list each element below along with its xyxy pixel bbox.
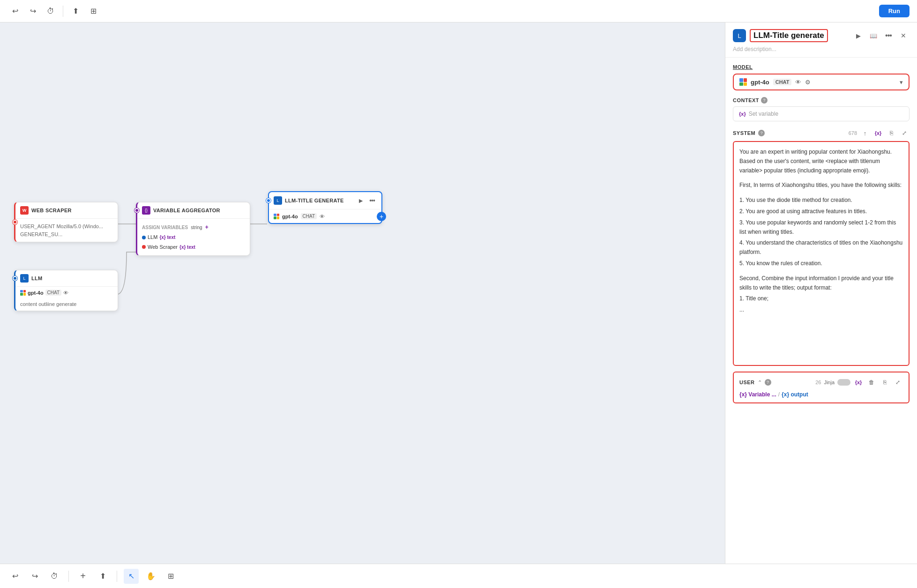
context-box[interactable]: {x} Set variable: [733, 106, 910, 121]
add-node-btn[interactable]: +: [377, 212, 386, 221]
user-trash-btn[interactable]: 🗑: [866, 377, 877, 387]
node-left-connector[interactable]: [266, 198, 271, 203]
webscraper-connector: [142, 245, 146, 249]
top-toolbar: ↩ ↪ ⏱ ⬆ ⊞ Run: [0, 0, 917, 22]
panel-title-icon: L: [733, 29, 746, 42]
system-para-7: 5. You know the rules of creation.: [739, 259, 903, 268]
system-para-9: 1. Title one;: [739, 294, 903, 304]
output-tag: {x} output: [782, 391, 808, 398]
user-chevron-icon[interactable]: ⌃: [758, 380, 762, 386]
title-chat-badge: CHAT: [301, 213, 317, 219]
user-label: USER: [739, 380, 755, 385]
system-expand-btn[interactable]: ⤢: [899, 128, 910, 138]
bottom-cursor-btn[interactable]: ↖: [124, 569, 139, 584]
bottom-import-btn[interactable]: ⬆: [95, 569, 110, 584]
llm-model-name: gpt-4o: [28, 290, 44, 296]
redo-button[interactable]: ↪: [25, 4, 40, 19]
llm-title-node-footer: gpt-4o CHAT 👁 +: [269, 209, 381, 223]
system-info-icon: ?: [758, 130, 765, 136]
llm-connector: [142, 236, 146, 239]
user-expand-btn[interactable]: ⤢: [893, 377, 903, 387]
llm-title-node: L LLM-TITLE GENERATE ▶ ••• gpt-: [268, 191, 382, 224]
model-chat-badge: CHAT: [773, 79, 792, 85]
type-label: string: [191, 223, 202, 231]
system-var-btn[interactable]: {x}: [873, 128, 883, 138]
panel-play-btn[interactable]: ▶: [852, 30, 865, 42]
panel-book-btn[interactable]: 📖: [867, 30, 880, 42]
llm-icon: L: [20, 274, 29, 283]
llm-footer: gpt-4o CHAT 👁: [15, 287, 118, 298]
model-section: MODEL gpt-4o CHAT 👁 ⚙ ▾: [733, 64, 910, 90]
node-run-btn[interactable]: ▶: [356, 196, 365, 205]
llm-title: LLM: [31, 275, 43, 281]
layout-button[interactable]: ⊞: [86, 4, 101, 19]
user-section: USER ⌃ ? 26 Jinja {x} 🗑 ⎘ ⤢ {x} Variable…: [733, 372, 910, 403]
panel-description: Add description...: [733, 45, 910, 53]
user-content: {x} Variable ... / {x} output: [739, 391, 903, 398]
web-scraper-node: W WEB SCRAPER USER_AGENT Mozilla/5.0 (Wi…: [14, 202, 118, 242]
variable-aggregator-node: {} VARIABLE AGGREGATOR ASSIGN VARIABLES …: [136, 202, 250, 256]
jinja-label: Jinja: [824, 380, 835, 385]
system-para-1: You are an expert in writing popular con…: [739, 148, 903, 175]
run-button[interactable]: Run: [879, 5, 910, 17]
system-text-box[interactable]: You are an expert in writing popular con…: [733, 141, 910, 366]
bottom-grid-btn[interactable]: ⊞: [163, 569, 178, 584]
chevron-down-icon[interactable]: ▾: [900, 79, 903, 86]
model-icon: [20, 290, 26, 296]
var1-tag: {x} text: [159, 233, 175, 241]
var-tag-1: {x} Variable ...: [739, 391, 776, 398]
llm-title-node-title: LLM-TITLE GENERATE: [285, 198, 344, 203]
settings-icon[interactable]: ⚙: [805, 79, 811, 86]
system-section: SYSTEM ? 678 ↑ {x} ⎘ ⤢ You are an expert…: [733, 128, 910, 366]
bottom-undo-btn[interactable]: ↩: [7, 569, 22, 584]
system-label: SYSTEM: [733, 130, 755, 136]
system-para-3: 1. You use the diode title method for cr…: [739, 196, 903, 205]
right-panel: L LLM-Title generate ▶ 📖 ••• ✕ Add descr…: [725, 22, 917, 564]
bottom-add-node-btn[interactable]: +: [75, 569, 90, 584]
left-connector-dot-var[interactable]: [134, 208, 139, 213]
assign-label: ASSIGN VARIABLES: [142, 223, 188, 231]
model-icon-2: [274, 214, 279, 219]
web-scraper-title: WEB SCRAPER: [31, 208, 72, 213]
panel-more-btn[interactable]: •••: [882, 30, 895, 42]
system-para-8: Second, Combine the input information I …: [739, 274, 903, 293]
web-scraper-body: USER_AGENT Mozilla/5.0 (Windo... GENERAT…: [15, 219, 118, 242]
llm-title-icon: L: [274, 196, 282, 205]
import-button[interactable]: ⬆: [68, 4, 83, 19]
system-up-arrow-btn[interactable]: ↑: [860, 128, 870, 138]
left-connector-dot[interactable]: [13, 220, 17, 224]
user-copy-btn[interactable]: ⎘: [880, 377, 890, 387]
var-prefix: {x}: [739, 111, 746, 117]
user-var-btn[interactable]: {x}: [853, 377, 864, 387]
context-placeholder: Set variable: [749, 111, 778, 117]
eye-icon[interactable]: 👁: [795, 79, 801, 86]
model-ms-icon: [739, 78, 747, 86]
system-char-count: 678: [849, 130, 857, 136]
left-connector-dot-llm[interactable]: [13, 276, 17, 281]
var-agg-icon: {}: [142, 206, 150, 215]
system-copy-btn[interactable]: ⎘: [886, 128, 896, 138]
llm-node: L LLM gpt-4o CHAT 👁: [14, 270, 118, 311]
system-para-4: 2. You are good at using attractive feat…: [739, 207, 903, 216]
model-name-label: gpt-4o: [751, 79, 769, 86]
bottom-redo-btn[interactable]: ↪: [27, 569, 42, 584]
llm-chat-badge: CHAT: [45, 290, 61, 296]
panel-close-btn[interactable]: ✕: [897, 30, 910, 42]
llm-eye-icon: 👁: [63, 290, 68, 296]
model-selector[interactable]: gpt-4o CHAT 👁 ⚙ ▾: [733, 74, 910, 90]
history-button[interactable]: ⏱: [43, 4, 58, 19]
bottom-history-btn[interactable]: ⏱: [47, 569, 62, 584]
undo-button[interactable]: ↩: [7, 4, 22, 19]
model-section-label: MODEL: [733, 64, 910, 70]
title-model-name: gpt-4o: [282, 214, 298, 219]
var2-tag: {x} text: [179, 243, 195, 251]
system-para-2: First, In terms of Xiaohongshu titles, y…: [739, 181, 903, 190]
panel-header: L LLM-Title generate ▶ 📖 ••• ✕ Add descr…: [725, 22, 917, 58]
user-char-count: 26: [815, 380, 821, 385]
bottom-hand-btn[interactable]: ✋: [143, 569, 158, 584]
web-scraper-icon: W: [20, 206, 29, 215]
panel-title: LLM-Title generate: [750, 29, 828, 42]
jinja-toggle[interactable]: [837, 379, 850, 386]
node-more-btn[interactable]: •••: [367, 196, 377, 205]
context-info-icon: ?: [761, 97, 768, 104]
